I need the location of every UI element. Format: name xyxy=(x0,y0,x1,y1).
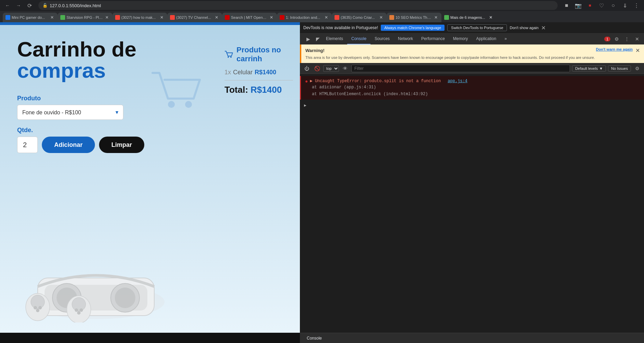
devtools-notif-text: DevTools is now available in Portuguese! xyxy=(303,25,378,30)
match-language-button[interactable]: Always match Chrome's language xyxy=(381,25,445,31)
console-output: ● ▶ Uncaught TypeError: produto.split is… xyxy=(300,74,644,333)
tab-favicon-9 xyxy=(444,15,449,20)
item-price-0: R$1400 xyxy=(255,69,276,76)
tab-close-3[interactable]: ✕ xyxy=(159,15,165,20)
add-button[interactable]: Adicionar xyxy=(42,137,95,153)
back-button[interactable]: ← xyxy=(3,1,12,10)
tab-intro[interactable]: 1: Introduction and... ✕ xyxy=(277,13,332,22)
devtools-notification: DevTools is now available in Portuguese!… xyxy=(300,22,644,34)
context-select[interactable]: top xyxy=(323,65,339,72)
product-select[interactable]: Fone de ouvido - R$100 Celular - R$1400 … xyxy=(17,105,123,120)
warning-text: This area is for use by developers only.… xyxy=(305,55,640,60)
devtools-left-icons: ▶ ◤ xyxy=(304,35,322,43)
tab-mit[interactable]: Search | MIT OpenC... ✕ xyxy=(222,13,277,22)
default-levels-button[interactable]: Default levels ▼ xyxy=(572,65,606,72)
tab-close-4[interactable]: ✕ xyxy=(214,15,219,20)
tab-close-6[interactable]: ✕ xyxy=(324,15,329,20)
tab-application[interactable]: Application xyxy=(472,34,500,45)
dont-warn-link[interactable]: Don't warn me again xyxy=(596,47,633,51)
settings-gear-icon[interactable]: ⚙ xyxy=(612,35,621,43)
tab-close-7[interactable]: ✕ xyxy=(378,15,384,20)
url-text: 127.0.0.1:5500/index.html xyxy=(50,3,101,8)
stack-line-1: at adicionar (app.js:4:31) xyxy=(312,84,640,91)
qty-input[interactable] xyxy=(17,137,38,153)
warning-title-text: Warning! xyxy=(305,48,325,53)
tab-close-8[interactable]: ✕ xyxy=(433,15,439,20)
svg-point-13 xyxy=(72,297,86,311)
eye-icon[interactable]: 👁 xyxy=(341,64,349,73)
total-value: R$1400 xyxy=(251,85,282,95)
filter-input[interactable] xyxy=(351,65,570,72)
cart-watermark xyxy=(149,66,204,115)
error-count-badge: 1 xyxy=(604,37,610,41)
no-issues-button[interactable]: No Issues xyxy=(608,65,631,72)
reload-button[interactable]: ⟳ xyxy=(25,1,34,10)
stack-line-2: at HTMLButtonElement.onclick (index.html… xyxy=(312,91,640,98)
error-circle-icon: ● xyxy=(305,78,308,84)
tab-title-3: (3027) how to mak... xyxy=(121,15,158,20)
item-qty-0: 1x xyxy=(224,69,231,76)
menu-icon[interactable]: ⋮ xyxy=(632,1,641,10)
tab-mais-imagens[interactable]: Mais de 6 imagens... ✕ xyxy=(441,13,496,22)
address-bar[interactable]: 🔓 127.0.0.1:5500/index.html xyxy=(38,1,558,10)
webpage: Carrinho de compras Produto Fone de ouvi… xyxy=(0,22,300,343)
svg-point-16 xyxy=(77,311,81,315)
adblock-icon[interactable]: ■ xyxy=(585,1,595,10)
vr-headset-svg xyxy=(17,254,175,322)
devtools-tabs: ▶ ◤ Elements Console Sources Network Per… xyxy=(300,34,644,45)
svg-point-20 xyxy=(230,56,232,58)
clear-button[interactable]: Limpar xyxy=(99,137,144,153)
item-name-0: Celular xyxy=(233,69,253,76)
tab-memory[interactable]: Memory xyxy=(449,34,472,45)
product-select-wrapper: Fone de ouvido - R$100 Celular - R$1400 … xyxy=(17,105,123,120)
notification-close-button[interactable]: ✕ xyxy=(541,25,546,31)
webpage-content: Carrinho de compras Produto Fone de ouvi… xyxy=(0,25,300,333)
tab-como-criar[interactable]: (3635) Como Criar... ✕ xyxy=(332,13,387,22)
screenshot-icon[interactable]: 📷 xyxy=(573,1,583,10)
error-link-1[interactable]: app.js:4 xyxy=(448,78,467,84)
cart-section-title: Produtos no carrinh xyxy=(236,46,293,63)
total-row: Total: R$1400 xyxy=(224,85,293,95)
vertical-menu-icon[interactable]: ⋮ xyxy=(623,35,631,43)
tab-network[interactable]: Network xyxy=(394,34,417,45)
browser-actions: ■ 📷 ■ ♡ ○ ⇓ ⋮ xyxy=(562,1,641,10)
clear-console-icon[interactable]: ⏻ xyxy=(303,64,311,73)
cart-divider xyxy=(224,80,293,80)
switch-devtools-button[interactable]: Switch DevTools to Portuguese xyxy=(447,24,507,31)
tab-console[interactable]: Console xyxy=(347,34,370,45)
warning-close-button[interactable]: ✕ xyxy=(635,47,640,54)
profile-icon[interactable]: ○ xyxy=(608,1,618,10)
total-label: Total: xyxy=(224,85,248,95)
tab-3027-make[interactable]: (3027) how to mak... ✕ xyxy=(112,13,167,22)
svg-point-14 xyxy=(75,308,78,312)
device-icon[interactable]: ◤ xyxy=(314,35,322,43)
tab-mini-pc[interactable]: Mini PC gamer do... ✕ xyxy=(3,13,58,22)
tab-close-5[interactable]: ✕ xyxy=(269,15,274,20)
tab-close-2[interactable]: ✕ xyxy=(104,15,110,20)
extensions-icon[interactable]: ■ xyxy=(562,1,571,10)
settings-small-icon[interactable]: ⚙ xyxy=(633,64,641,73)
tab-close-9[interactable]: ✕ xyxy=(488,15,494,20)
error-message: ▶ Uncaught TypeError: produto.split is n… xyxy=(310,78,467,84)
tab-favicon-7 xyxy=(335,15,339,20)
bottom-console-tab[interactable]: Console xyxy=(304,336,325,341)
tab-close-1[interactable]: ✕ xyxy=(49,15,55,20)
forward-button[interactable]: → xyxy=(14,1,23,10)
close-devtools-icon[interactable]: ✕ xyxy=(633,35,641,43)
tab-title-4: (3027) TV Channel... xyxy=(176,15,212,20)
tab-starvision[interactable]: Starvision RPG - Pla... ✕ xyxy=(58,13,112,22)
download-icon[interactable]: ⇓ xyxy=(620,1,630,10)
tab-tv-channel[interactable]: (3027) TV Channel... ✕ xyxy=(167,13,222,22)
tabs-bar: Mini PC gamer do... ✕ Starvision RPG - P… xyxy=(0,11,644,22)
heart-icon[interactable]: ♡ xyxy=(597,1,606,10)
tab-more[interactable]: » xyxy=(500,34,511,45)
inspect-icon[interactable]: ▶ xyxy=(304,35,312,43)
tab-performance[interactable]: Performance xyxy=(417,34,449,45)
dont-show-button[interactable]: Don't show again xyxy=(510,26,538,30)
block-icon[interactable]: 🚫 xyxy=(313,64,321,73)
tab-sources[interactable]: Sources xyxy=(370,34,394,45)
tab-elements[interactable]: Elements xyxy=(322,34,347,45)
tab-title-9: Mais de 6 imagens... xyxy=(450,15,487,20)
cart-icon-area: Produtos no carrinh xyxy=(224,46,293,63)
tab-seo[interactable]: 10 SEO Metrics Tha... ✕ xyxy=(387,13,441,22)
